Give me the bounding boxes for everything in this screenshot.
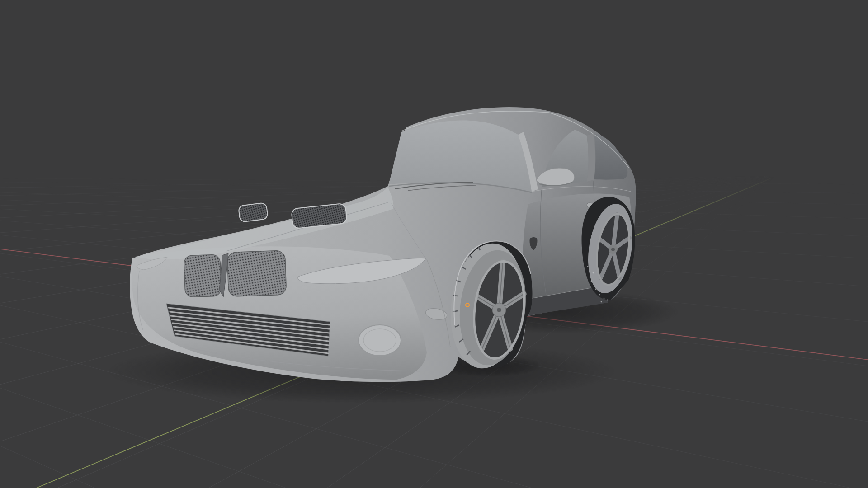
grille-left bbox=[184, 254, 222, 297]
car-model[interactable] bbox=[130, 107, 638, 382]
fog-lamp bbox=[359, 325, 401, 356]
viewport-canvas[interactable] bbox=[0, 0, 868, 488]
upper-grilles bbox=[184, 250, 286, 298]
hood-scoop-left bbox=[238, 202, 268, 222]
viewport-3d[interactable] bbox=[0, 0, 868, 488]
grille-right bbox=[227, 250, 286, 296]
windshield bbox=[389, 120, 532, 192]
